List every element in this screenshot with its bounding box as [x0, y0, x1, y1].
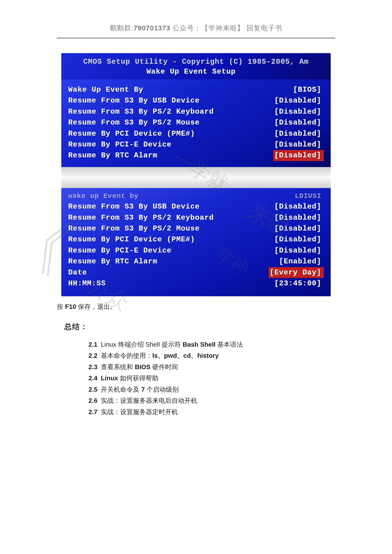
summary-item-text: BIOS — [135, 363, 151, 371]
summary-item: 2.4Linux 如何获得帮助 — [88, 373, 335, 384]
summary-item-num: 2.4 — [88, 374, 97, 382]
header-group-label: 鹅鹅群: — [110, 24, 133, 32]
bios-panel-1: Wake Up Event By[BIOS] Resume From S3 By… — [61, 79, 331, 167]
header-spacer — [170, 24, 173, 32]
header-group-number: 790701373 — [133, 24, 170, 32]
summary-item-text: 个启动级别 — [145, 386, 179, 393]
summary-item-text: 查看系统和 — [101, 363, 135, 371]
bios-row-value: [Disabled] — [274, 106, 324, 117]
summary-item: 2.3查看系统和 BIOS 硬件时间 — [88, 362, 335, 373]
save-suffix: 保存，退出。 — [76, 303, 116, 310]
summary-item-text: 如何获得帮助 — [118, 374, 158, 382]
bios-row-value: [Disabled] — [274, 212, 324, 223]
bios-row: Resume From S3 By PS/2 Keyboard[Disabled… — [68, 212, 324, 223]
bios-row-value: [Disabled] — [274, 128, 324, 139]
bios-panel-2: wake up Event byLDIUSI Resume From S3 By… — [61, 188, 331, 297]
bios-row-value-highlight: [Every Day] — [269, 267, 324, 278]
summary-item-text: 基本命令的使用： — [101, 352, 152, 359]
bios-row-label: Resume By PCI-E Device — [68, 245, 172, 256]
bios-row-label: Resume From S3 By PS/2 Mouse — [68, 223, 200, 234]
summary-item: 2.7实战：设置服务器定时开机 — [88, 406, 335, 418]
bios-row-label: Resume By RTC Alarm — [68, 256, 157, 267]
bios-title-sub: Wake Up Event Setup — [61, 67, 331, 76]
summary-item-text: Linux — [101, 374, 118, 382]
bios-row-label: Resume From S3 By USB Device — [68, 201, 200, 212]
bios-row-label: wake up Event by — [68, 191, 139, 201]
summary-item-num: 2.2 — [88, 352, 97, 359]
bios-row-value: [BIOS] — [293, 84, 324, 95]
bios-row-label: Resume From S3 By PS/2 Keyboard — [68, 106, 214, 117]
header-wechat-label: 公众号：【学神来啦】 回复电子书 — [173, 24, 282, 32]
bios-row: Resume By PCI-E Device[Disabled] — [68, 245, 324, 256]
bios-row: Resume By PCI Device (PME#)[Disabled] — [68, 234, 324, 245]
bios-row: Resume By RTC Alarm[Disabled] — [68, 150, 324, 161]
summary-item-num: 2.5 — [88, 386, 97, 393]
summary-item: 2.5开关机命令及 7 个启动级别 — [88, 384, 335, 395]
bios-row-value: [Disabled] — [274, 139, 324, 150]
bios-row-label: Resume By RTC Alarm — [68, 150, 157, 161]
save-key: F10 — [65, 303, 76, 310]
bios-row-dimmed: wake up Event byLDIUSI — [68, 191, 324, 201]
bios-row-value: [Disabled] — [274, 117, 324, 128]
save-note: 按 F10 保存，退出。 — [57, 301, 335, 313]
bios-row: HH:MM:SS[23:45:00] — [68, 278, 324, 289]
bios-panel-gap — [61, 167, 331, 188]
bios-row: Resume From S3 By USB Device[Disabled] — [68, 95, 324, 106]
bios-row: Resume From S3 By USB Device[Disabled] — [68, 201, 324, 212]
bios-row: Resume By RTC Alarm[Enabled] — [68, 256, 324, 267]
bios-title-dash: - — [168, 58, 182, 66]
summary-title: 总结： — [64, 320, 335, 334]
summary-item-text: 开关机命令及 — [101, 386, 141, 393]
summary-item: 2.6实战：设置服务器来电后自动开机 — [88, 395, 335, 406]
bios-screenshot: CMOS Setup Utility - Copyright (C) 1985-… — [61, 53, 331, 296]
summary-item-num: 2.1 — [88, 341, 97, 348]
bios-title-bar: CMOS Setup Utility - Copyright (C) 1985-… — [61, 53, 331, 79]
bios-row-label: Resume By PCI-E Device — [68, 139, 172, 150]
summary-item-num: 2.7 — [88, 408, 97, 416]
summary-item-num: 2.3 — [88, 363, 97, 371]
summary-item-text: 硬件时间 — [151, 363, 178, 371]
bios-row: Resume By PCI-E Device[Disabled] — [68, 139, 324, 150]
bios-row-value: [Disabled] — [274, 234, 324, 245]
bios-row: Resume From S3 By PS/2 Mouse[Disabled] — [68, 223, 324, 234]
bios-title-main: CMOS Setup Utility - Copyright (C) 1985-… — [61, 58, 331, 66]
bios-row-label: Resume From S3 By USB Device — [68, 95, 200, 106]
bios-row-value: [Disabled] — [274, 223, 324, 234]
summary-item: 2.1Linux 终端介绍 Shell 提示符 Bash Shell 基本语法 — [88, 339, 335, 350]
summary-item-text: Linux 终端介绍 Shell 提示符 — [101, 341, 183, 348]
bios-row-value: [Enabled] — [279, 256, 324, 267]
bios-row-label: Date — [68, 267, 87, 278]
bios-row-label: Resume From S3 By PS/2 Keyboard — [68, 212, 214, 223]
bios-row-value: [23:45:00] — [274, 278, 324, 289]
bios-row: Date[Every Day] — [68, 267, 324, 278]
page-header: 鹅鹅群:790701373 公众号：【学神来啦】 回复电子书 — [57, 23, 335, 33]
bios-row-label: Resume From S3 By PS/2 Mouse — [68, 117, 200, 128]
bios-row-label: Wake Up Event By — [68, 84, 143, 95]
summary-item-text: ls、pwd、cd、history — [152, 352, 219, 359]
summary-list: 2.1Linux 终端介绍 Shell 提示符 Bash Shell 基本语法2… — [88, 339, 335, 418]
bios-row-value: [Disabled] — [274, 201, 324, 212]
bios-row-value-highlight: [Disabled] — [273, 150, 324, 161]
summary-item-num: 2.6 — [88, 397, 97, 404]
bios-row-label: Resume By PCI Device (PME#) — [68, 128, 195, 139]
summary-item-text: 实战：设置服务器来电后自动开机 — [101, 397, 197, 404]
bios-row: Resume From S3 By PS/2 Keyboard[Disabled… — [68, 106, 324, 117]
bios-row: Resume By PCI Device (PME#)[Disabled] — [68, 128, 324, 139]
bios-row-value: [Disabled] — [274, 245, 324, 256]
summary-item: 2.2基本命令的使用：ls、pwd、cd、history — [88, 350, 335, 362]
summary-item-text: 实战：设置服务器定时开机 — [101, 408, 178, 416]
bios-row-value: [Disabled] — [274, 95, 324, 106]
bios-row-label: Resume By PCI Device (PME#) — [68, 234, 195, 245]
save-prefix: 按 — [57, 303, 65, 310]
summary-item-text: 基本语法 — [216, 341, 243, 348]
bios-row-label: HH:MM:SS — [68, 278, 106, 289]
bios-title-utility: CMOS Setup Utility — [83, 58, 168, 66]
summary-item-text: 7 — [141, 386, 145, 393]
bios-title-copyright: Copyright (C) 1985-2005, Am — [182, 58, 309, 66]
summary-item-text: Bash Shell — [183, 341, 216, 348]
bios-row-value: LDIUSI — [295, 191, 324, 201]
text-section: 按 F10 保存，退出。 总结： 2.1Linux 终端介绍 Shell 提示符… — [57, 301, 335, 418]
header-divider — [57, 38, 335, 38]
bios-row: Resume From S3 By PS/2 Mouse[Disabled] — [68, 117, 324, 128]
bios-row: Wake Up Event By[BIOS] — [68, 84, 324, 95]
